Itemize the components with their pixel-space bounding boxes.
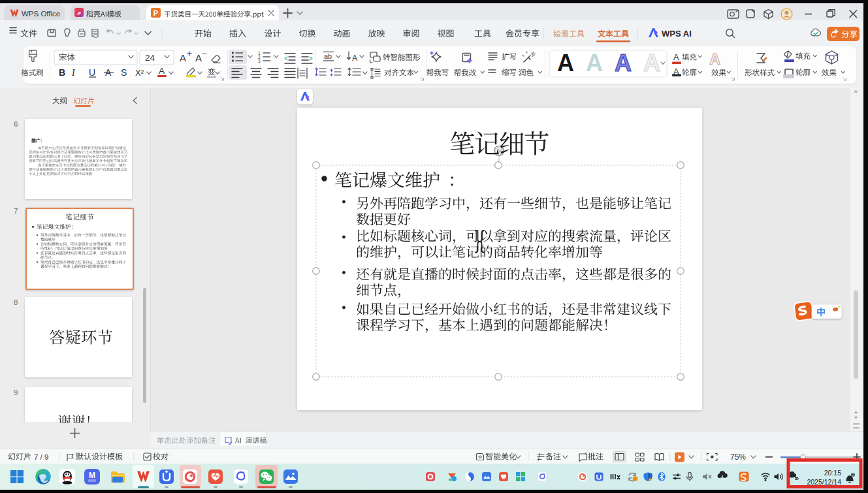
svg-text:A: A [557,50,574,76]
svg-text:WPS AI: WPS AI [662,29,692,39]
svg-text:S: S [121,67,127,78]
svg-text:I: I [71,68,76,78]
svg-text:24: 24 [145,53,155,63]
svg-text:X²: X² [135,68,144,78]
svg-text:A: A [180,52,186,63]
svg-text:A: A [615,50,632,76]
svg-text:20:15: 20:15 [824,469,841,477]
svg-text:A: A [159,66,165,76]
svg-text:9: 9 [14,389,18,396]
svg-text:7: 7 [14,207,18,215]
svg-text:P: P [153,9,158,17]
svg-text:3: 3 [258,59,261,63]
svg-text:75%: 75% [730,453,746,462]
svg-text:ab: ab [324,52,332,60]
svg-text:A: A [643,50,660,76]
svg-text:A: A [195,52,202,63]
svg-text:WPS Office: WPS Office [22,10,60,18]
svg-text:B: B [59,67,65,78]
svg-text:8: 8 [14,298,18,306]
svg-text:U: U [89,67,95,78]
svg-text:A: A [586,50,603,76]
svg-text:2025/12/14: 2025/12/14 [807,478,841,486]
svg-text:6: 6 [14,120,18,128]
svg-text:A: A [352,54,358,63]
svg-text:A: A [673,52,679,62]
svg-text:M: M [89,471,95,480]
svg-text:A: A [709,50,720,68]
svg-text:7 / 9: 7 / 9 [34,453,48,461]
